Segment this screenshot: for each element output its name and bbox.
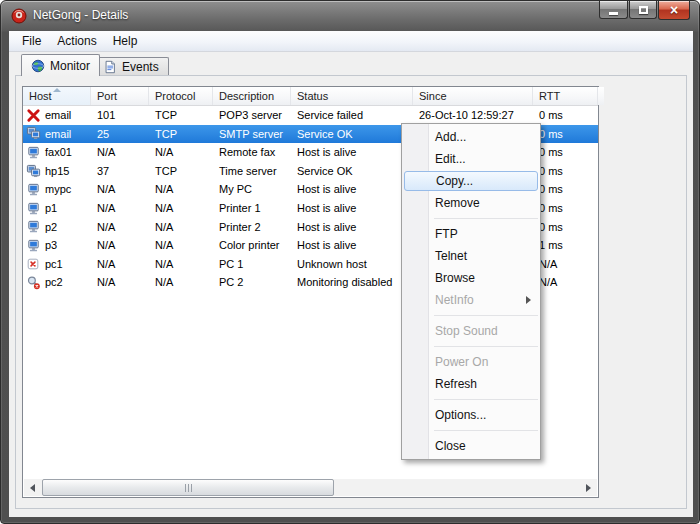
cell-port: N/A bbox=[91, 180, 149, 199]
menu-item-label: Options... bbox=[435, 408, 486, 422]
cell-rtt: 0 ms bbox=[533, 162, 598, 181]
maximize-button[interactable] bbox=[629, 1, 657, 19]
cell-status: Monitoring disabled bbox=[291, 273, 413, 292]
window-title: NetGong - Details bbox=[33, 8, 128, 22]
menu-help[interactable]: Help bbox=[105, 32, 146, 50]
cell-protocol: N/A bbox=[149, 218, 213, 237]
context-menu-item-remove[interactable]: Remove bbox=[402, 192, 540, 214]
menu-item-label: Power On bbox=[435, 355, 488, 369]
thumb-grip-icon bbox=[188, 484, 189, 492]
cell-rtt: 0 ms bbox=[533, 199, 598, 218]
menu-item-label: Browse bbox=[435, 271, 475, 285]
cell-protocol: TCP bbox=[149, 162, 213, 181]
column-header-since[interactable]: Since bbox=[413, 87, 533, 105]
dual-pc-icon bbox=[26, 164, 41, 179]
host-name: p3 bbox=[45, 236, 57, 255]
cell-host: p3 bbox=[23, 236, 91, 255]
menubar: File Actions Help bbox=[9, 31, 693, 52]
context-menu-item-copy[interactable]: Copy... bbox=[404, 171, 538, 191]
context-menu-item-browse[interactable]: Browse bbox=[402, 267, 540, 289]
menu-separator bbox=[434, 315, 538, 316]
cell-filler bbox=[598, 106, 604, 125]
tab-monitor[interactable]: Monitor bbox=[21, 54, 100, 76]
pc-icon bbox=[26, 145, 41, 160]
menu-separator bbox=[434, 399, 538, 400]
cell-protocol: N/A bbox=[149, 199, 213, 218]
pc-icon bbox=[26, 182, 41, 197]
column-header-protocol[interactable]: Protocol bbox=[149, 87, 213, 105]
scroll-left-button[interactable] bbox=[24, 479, 41, 496]
pc-icon bbox=[26, 201, 41, 216]
context-menu-item-telnet[interactable]: Telnet bbox=[402, 245, 540, 267]
menu-item-label: Refresh bbox=[435, 377, 477, 391]
column-header-host[interactable]: Host bbox=[23, 87, 91, 105]
pc-icon bbox=[26, 219, 41, 234]
cell-description: My PC bbox=[213, 180, 291, 199]
context-menu-item-ftp[interactable]: FTP bbox=[402, 223, 540, 245]
context-menu-item-edit[interactable]: Edit... bbox=[402, 148, 540, 170]
cell-rtt: 0 ms bbox=[533, 180, 598, 199]
cell-description: Printer 1 bbox=[213, 199, 291, 218]
submenu-arrow-icon bbox=[526, 296, 531, 304]
host-name: p2 bbox=[45, 218, 57, 237]
host-row-email-0[interactable]: email101TCPPOP3 serverService failed26-O… bbox=[23, 106, 598, 125]
column-header-port[interactable]: Port bbox=[91, 87, 149, 105]
menu-item-label: NetInfo bbox=[435, 293, 474, 307]
h-scrollbar[interactable] bbox=[24, 479, 597, 496]
menu-file[interactable]: File bbox=[14, 32, 49, 50]
context-menu-item-options[interactable]: Options... bbox=[402, 404, 540, 426]
column-header-description[interactable]: Description bbox=[213, 87, 291, 105]
client-area: File Actions Help Monitor Events HostPor… bbox=[9, 31, 693, 517]
minimize-button[interactable] bbox=[599, 1, 628, 19]
cell-rtt: 0 ms bbox=[533, 143, 598, 162]
cell-filler bbox=[598, 273, 604, 292]
unknown-host-icon bbox=[26, 257, 41, 272]
cell-host: p1 bbox=[23, 199, 91, 218]
menu-item-label: Edit... bbox=[435, 152, 466, 166]
cell-host: fax01 bbox=[23, 143, 91, 162]
globe-icon bbox=[31, 59, 45, 73]
close-button[interactable]: × bbox=[658, 1, 690, 20]
list-header: HostPortProtocolDescriptionStatusSinceRT… bbox=[23, 87, 598, 106]
cell-description: Color printer bbox=[213, 236, 291, 255]
cell-port: N/A bbox=[91, 273, 149, 292]
cell-rtt: 0 ms bbox=[533, 125, 598, 144]
host-name: email bbox=[45, 125, 71, 144]
context-menu-item-refresh[interactable]: Refresh bbox=[402, 373, 540, 395]
pc-icon bbox=[26, 238, 41, 253]
cell-protocol: N/A bbox=[149, 180, 213, 199]
netgong-app-icon[interactable] bbox=[11, 8, 27, 24]
context-menu-item-add[interactable]: Add... bbox=[402, 126, 540, 148]
cell-port: N/A bbox=[91, 236, 149, 255]
host-name: fax01 bbox=[45, 143, 72, 162]
cell-status: Host is alive bbox=[291, 199, 413, 218]
monitor-disabled-icon bbox=[26, 275, 41, 290]
cell-host: p2 bbox=[23, 218, 91, 237]
context-menu-item-close[interactable]: Close bbox=[402, 435, 540, 457]
cell-port: N/A bbox=[91, 199, 149, 218]
scroll-thumb[interactable] bbox=[42, 479, 334, 496]
cell-rtt: 0 ms bbox=[533, 106, 598, 125]
scroll-right-button[interactable] bbox=[580, 479, 597, 496]
cell-description: SMTP server bbox=[213, 125, 291, 144]
column-header-rtt[interactable]: RTT bbox=[533, 87, 598, 105]
cell-port: 25 bbox=[91, 125, 149, 144]
menu-separator bbox=[434, 430, 538, 431]
cell-status: Service OK bbox=[291, 125, 413, 144]
dual-pc-icon bbox=[26, 126, 41, 141]
sort-ascending-icon bbox=[53, 88, 61, 92]
menu-separator bbox=[434, 218, 538, 219]
minimize-icon bbox=[609, 12, 618, 15]
cell-host: hp15 bbox=[23, 162, 91, 181]
menu-actions[interactable]: Actions bbox=[49, 32, 104, 50]
cell-status: Service OK bbox=[291, 162, 413, 181]
host-name: pc2 bbox=[45, 273, 63, 292]
cell-status: Host is alive bbox=[291, 236, 413, 255]
context-menu-item-stop-sound: Stop Sound bbox=[402, 320, 540, 342]
column-header-status[interactable]: Status bbox=[291, 87, 413, 105]
cell-filler bbox=[598, 236, 604, 255]
cell-status: Host is alive bbox=[291, 143, 413, 162]
tab-events[interactable]: Events bbox=[93, 57, 169, 76]
cell-filler bbox=[598, 255, 604, 274]
menu-item-label: Add... bbox=[435, 130, 466, 144]
